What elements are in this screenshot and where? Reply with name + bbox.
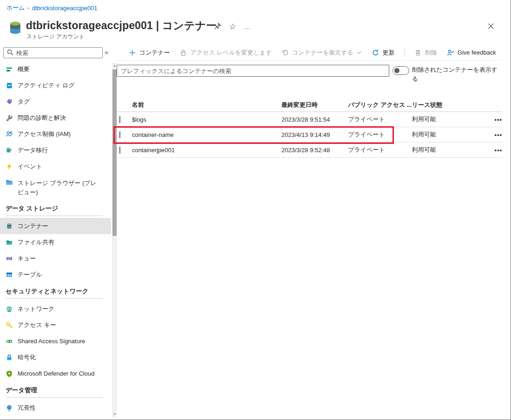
table-row-logs[interactable]: $logs 2023/3/28 9:51:54 プライベート 利用可能 ••• xyxy=(117,112,502,127)
change-access-level-button[interactable]: アクセス レベルを変更します xyxy=(180,49,272,57)
page-title: dtbrickstorageaccjpe001 | コンテナー xyxy=(26,19,217,33)
sidebar-item-storage-browser[interactable]: ストレージ ブラウザー (プレビュー) xyxy=(0,174,111,200)
sidebar-item-tags[interactable]: タグ xyxy=(0,93,111,110)
container-name-cell[interactable]: containerjpe001 xyxy=(132,147,281,154)
sidebar-item-access-control-iam[interactable]: アクセス制御 (IAM) xyxy=(0,126,111,142)
refresh-icon xyxy=(372,49,379,56)
header-actions: ☆ … xyxy=(214,22,251,31)
close-icon[interactable] xyxy=(486,21,496,32)
show-deleted-containers-toggle[interactable] xyxy=(393,66,409,75)
storage-account-icon xyxy=(8,20,23,37)
row-checkbox[interactable] xyxy=(119,116,120,123)
data-migration-icon xyxy=(6,147,13,154)
delete-button[interactable]: 削除 xyxy=(414,49,437,57)
chevron-down-icon xyxy=(356,50,362,56)
networking-globe-icon xyxy=(6,305,13,313)
sidebar-item-redundancy[interactable]: 冗長性 xyxy=(0,400,111,416)
scroll-down-icon[interactable]: ▼ xyxy=(112,412,117,417)
diagnose-icon xyxy=(6,114,13,122)
access-cell: プライベート xyxy=(348,130,412,139)
lease-cell: 利用可能 xyxy=(412,146,488,154)
section-divider xyxy=(6,216,103,216)
search-icon xyxy=(6,49,14,57)
sidebar-section-security-networking: セキュリティとネットワーク xyxy=(0,283,111,296)
sidebar-item-queues[interactable]: キュー xyxy=(0,250,111,266)
lock-icon xyxy=(180,49,187,56)
sidebar-item-shared-access-signature[interactable]: Shared Access Signature xyxy=(0,333,111,349)
tables-icon xyxy=(6,271,13,278)
column-header-lease-state[interactable]: リース状態 xyxy=(412,101,488,109)
encryption-lock-icon xyxy=(6,354,13,361)
column-header-public-access[interactable]: パブリック アクセス ... xyxy=(348,101,412,109)
sidebar-item-encryption[interactable]: 暗号化 xyxy=(0,349,111,365)
tags-icon xyxy=(6,98,13,105)
give-feedback-button[interactable]: Give feedback xyxy=(447,49,496,56)
sidebar-item-file-shares[interactable]: ファイル共有 xyxy=(0,234,111,250)
feedback-person-icon xyxy=(447,49,454,56)
sidebar-item-overview[interactable]: 概要 xyxy=(0,61,111,77)
restore-container-button[interactable]: コンテナーを復元する xyxy=(281,49,362,57)
toggle-knob xyxy=(394,68,399,73)
table-header-row: 名前 最終変更日時 パブリック アクセス ... リース状態 xyxy=(117,98,502,112)
sidebar-item-events[interactable]: イベント xyxy=(0,158,111,174)
access-keys-icon xyxy=(6,321,13,329)
lease-cell: 利用可能 xyxy=(412,130,488,139)
queues-icon xyxy=(6,255,13,262)
column-header-name[interactable]: 名前 xyxy=(132,101,281,109)
overview-icon xyxy=(6,66,13,73)
table-row-container-name[interactable]: container-name 2023/4/13 9:14:49 プライベート … xyxy=(117,127,502,142)
sidebar-item-networking[interactable]: ネットワーク xyxy=(0,301,111,317)
sidebar-section-data-storage: データ ストレージ xyxy=(0,200,111,214)
pin-icon[interactable] xyxy=(214,22,222,31)
modified-cell: 2023/4/13 9:14:49 xyxy=(281,131,348,138)
sidebar-item-activity-log[interactable]: アクティビティ ログ xyxy=(0,77,111,93)
row-menu-icon[interactable]: ••• xyxy=(488,131,502,138)
sidebar-item-containers[interactable]: コンテナー xyxy=(0,218,111,234)
scrollbar-thumb[interactable] xyxy=(112,69,117,236)
more-actions-icon[interactable]: … xyxy=(243,23,251,31)
sidebar-search-input[interactable] xyxy=(16,49,100,56)
activity-log-icon xyxy=(6,82,13,89)
row-checkbox[interactable] xyxy=(119,131,120,138)
sidebar-item-access-keys[interactable]: アクセス キー xyxy=(0,317,111,333)
container-name-cell[interactable]: container-name xyxy=(132,131,281,138)
access-cell: プライベート xyxy=(348,115,412,124)
row-menu-icon[interactable]: ••• xyxy=(488,147,502,154)
file-shares-icon xyxy=(6,239,13,246)
column-header-modified[interactable]: 最終変更日時 xyxy=(281,101,348,109)
sidebar-search xyxy=(3,47,103,58)
container-prefix-search-input[interactable] xyxy=(117,65,389,77)
breadcrumb-separator: › xyxy=(28,5,30,11)
page-subtitle: ストレージ アカウント xyxy=(26,33,85,41)
sidebar-item-defender[interactable]: Microsoft Defender for Cloud xyxy=(0,365,111,382)
lease-cell: 利用可能 xyxy=(412,115,488,124)
sidebar-item-diagnose[interactable]: 問題の診断と解決 xyxy=(0,110,111,126)
modified-cell: 2023/3/28 9:51:54 xyxy=(281,116,348,123)
containers-icon xyxy=(6,222,13,230)
storage-browser-icon xyxy=(6,179,13,186)
add-container-button[interactable]: コンテナー xyxy=(129,49,170,57)
breadcrumb-current-link[interactable]: dtbrickstorageaccjpe001 xyxy=(32,5,97,12)
section-divider xyxy=(6,397,103,398)
sidebar-section-data-management: データ管理 xyxy=(0,382,111,395)
trash-icon xyxy=(414,49,422,56)
redundancy-globe-icon xyxy=(6,404,13,412)
breadcrumb-home-link[interactable]: ホーム xyxy=(6,4,25,12)
table-row-containerjpe001[interactable]: containerjpe001 2023/3/28 9:52:48 プライベート… xyxy=(117,142,502,158)
container-name-cell[interactable]: $logs xyxy=(132,116,281,123)
sidebar-item-tables[interactable]: テーブル xyxy=(0,266,111,283)
iam-people-icon xyxy=(6,130,13,138)
refresh-button[interactable]: 更新 xyxy=(372,49,394,57)
show-deleted-containers-label: 削除されたコンテナーを表示する xyxy=(412,65,503,84)
sidebar-item-data-migration[interactable]: データ移行 xyxy=(0,142,111,158)
toolbar-divider xyxy=(404,49,405,57)
events-lightning-icon xyxy=(6,163,13,170)
section-divider xyxy=(6,298,103,299)
row-checkbox[interactable] xyxy=(119,147,120,154)
plus-icon xyxy=(129,49,136,56)
sidebar-nav: 概要 アクティビティ ログ タグ 問題の診断と解決 アクセス制御 (IAM) xyxy=(0,61,111,416)
sidebar-collapse-icon[interactable]: « xyxy=(105,48,108,56)
restore-icon xyxy=(281,49,289,56)
row-menu-icon[interactable]: ••• xyxy=(488,116,502,123)
favorite-star-icon[interactable]: ☆ xyxy=(229,22,236,31)
